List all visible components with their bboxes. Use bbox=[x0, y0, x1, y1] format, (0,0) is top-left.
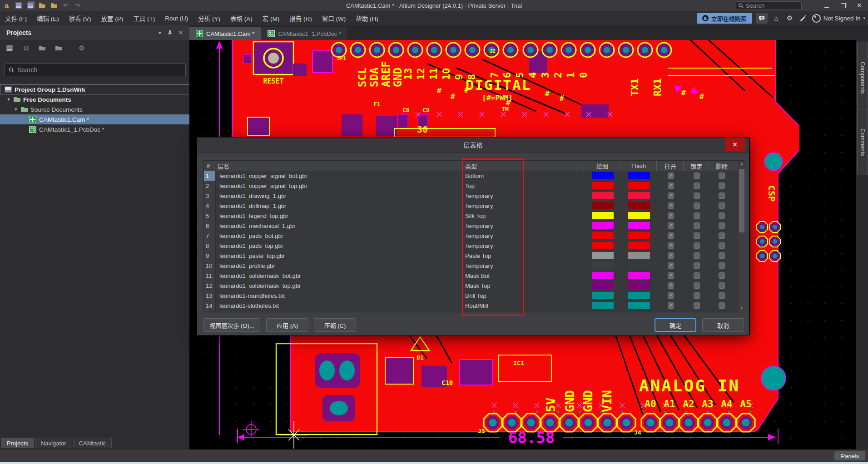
layer-row[interactable]: 14leonardo1-slotholes.txtRout/Mill✓ bbox=[204, 301, 738, 311]
open-checkbox[interactable]: ✓ bbox=[668, 242, 674, 249]
expander-icon[interactable]: ▼ bbox=[14, 107, 18, 112]
save-all-icon[interactable] bbox=[26, 2, 34, 9]
layer-row[interactable]: 8leonardo1_pads_top.gbrTemporary✓ bbox=[204, 241, 738, 251]
compress-button[interactable]: 压缩 (C) bbox=[314, 318, 356, 332]
open-checkbox[interactable]: ✓ bbox=[668, 193, 674, 199]
apply-button[interactable]: 应用 (A) bbox=[266, 318, 308, 332]
open-checkbox[interactable]: ✓ bbox=[668, 272, 674, 279]
open-checkbox[interactable]: ✓ bbox=[668, 282, 674, 289]
delete-checkbox[interactable] bbox=[719, 232, 725, 239]
save-icon[interactable] bbox=[15, 2, 22, 9]
draw-color-swatch[interactable] bbox=[592, 192, 614, 199]
tree-item-3[interactable]: CAMtastic1.Cam *D bbox=[0, 114, 218, 124]
menu-item-6[interactable]: 分析 (Y) bbox=[193, 11, 225, 25]
redo-icon[interactable]: ↷ bbox=[74, 2, 81, 9]
tree-item-2[interactable]: ▼Source Documents bbox=[0, 104, 203, 114]
undo-icon[interactable]: ↶ bbox=[62, 2, 69, 9]
delete-checkbox[interactable] bbox=[719, 202, 725, 209]
open-checkbox[interactable]: ✓ bbox=[668, 232, 674, 239]
lock-checkbox[interactable] bbox=[694, 302, 700, 309]
open-checkbox[interactable]: ✓ bbox=[668, 302, 674, 309]
draw-color-swatch[interactable] bbox=[592, 282, 614, 289]
tab-components[interactable]: Components bbox=[857, 42, 868, 114]
draw-color-swatch[interactable] bbox=[592, 242, 614, 249]
panel-tab-projects[interactable]: Projects bbox=[1, 438, 34, 448]
panel-copy-icon[interactable]: ⧉ bbox=[21, 44, 31, 53]
delete-checkbox[interactable] bbox=[719, 262, 725, 269]
menu-item-9[interactable]: 报告 (R) bbox=[284, 11, 317, 25]
flash-color-swatch[interactable] bbox=[628, 182, 650, 189]
tab-comments[interactable]: Comments bbox=[857, 109, 868, 175]
flash-color-swatch[interactable] bbox=[628, 302, 650, 309]
lock-checkbox[interactable] bbox=[694, 183, 700, 189]
annotate-pen-icon[interactable] bbox=[799, 13, 808, 24]
flash-color-swatch[interactable] bbox=[628, 222, 650, 229]
scroll-up-icon[interactable]: ▲ bbox=[738, 161, 745, 167]
layer-row[interactable]: 3leonardo1_drawing_1.gbrTemporary✓ bbox=[204, 191, 738, 201]
draw-color-swatch[interactable] bbox=[592, 292, 614, 299]
open-checkbox[interactable]: ✓ bbox=[668, 252, 674, 259]
lock-checkbox[interactable] bbox=[694, 222, 700, 229]
layer-row[interactable]: 13leonardo1-roundholes.txtDrill Top✓ bbox=[204, 291, 738, 301]
flash-color-swatch[interactable] bbox=[628, 212, 650, 219]
menu-item-0[interactable]: 文件 (F) bbox=[0, 11, 32, 25]
panel-folder-search-icon[interactable] bbox=[37, 44, 47, 53]
layer-row[interactable]: 10leonardo1_profile.gbrTemporary✓ bbox=[204, 261, 738, 271]
panel-close-icon[interactable]: ✕ bbox=[176, 25, 186, 40]
flash-color-swatch[interactable] bbox=[628, 242, 650, 249]
menu-item-7[interactable]: 表格 (A) bbox=[225, 11, 258, 25]
flash-color-swatch[interactable] bbox=[628, 282, 650, 289]
column-header-4[interactable]: Flash bbox=[620, 161, 657, 171]
column-header-3[interactable]: 绘图 bbox=[584, 161, 620, 171]
comment-icon[interactable] bbox=[756, 13, 768, 24]
draw-color-swatch[interactable] bbox=[592, 182, 614, 189]
menu-item-1[interactable]: 编辑 (E) bbox=[32, 11, 64, 25]
draw-color-swatch[interactable] bbox=[592, 202, 614, 209]
home-icon[interactable]: ⌂ bbox=[771, 13, 781, 24]
close-button[interactable]: ✕ bbox=[856, 2, 863, 9]
menu-item-11[interactable]: 帮助 (H) bbox=[351, 11, 383, 25]
cancel-button[interactable]: 取消 bbox=[702, 318, 744, 332]
menu-item-4[interactable]: 工具 (T) bbox=[128, 11, 160, 25]
open-project-icon[interactable] bbox=[50, 2, 58, 9]
global-search-input[interactable]: Search bbox=[736, 1, 802, 10]
delete-checkbox[interactable] bbox=[719, 242, 725, 249]
flash-color-swatch[interactable] bbox=[628, 262, 650, 269]
panel-pin-icon[interactable] bbox=[165, 25, 175, 40]
doc-tab-1[interactable]: CAMtastic1_1.PcbDoc * bbox=[261, 27, 348, 40]
delete-checkbox[interactable] bbox=[719, 222, 725, 229]
lock-checkbox[interactable] bbox=[694, 212, 700, 219]
column-header-5[interactable]: 打开 bbox=[656, 161, 684, 171]
layer-row[interactable]: 12leonardo1_soldermask_top.gbrMask Top✓ bbox=[204, 281, 738, 291]
panel-dropdown-icon[interactable]: ▾ bbox=[155, 25, 165, 40]
layer-row[interactable]: 11leonardo1_soldermask_bot.gbrMask Bot✓ bbox=[204, 271, 738, 281]
delete-checkbox[interactable] bbox=[719, 173, 725, 179]
flash-color-swatch[interactable] bbox=[628, 232, 650, 239]
draw-color-swatch[interactable] bbox=[592, 222, 614, 229]
column-header-2[interactable]: 类型 bbox=[465, 161, 556, 171]
column-header-1[interactable]: 层名 bbox=[218, 161, 354, 171]
draw-color-swatch[interactable] bbox=[592, 272, 614, 279]
delete-checkbox[interactable] bbox=[719, 193, 725, 199]
view-layer-order-button[interactable]: 视图层次序 (O)... bbox=[203, 318, 260, 332]
lock-checkbox[interactable] bbox=[694, 252, 700, 259]
delete-checkbox[interactable] bbox=[719, 252, 725, 259]
lock-checkbox[interactable] bbox=[694, 292, 700, 299]
buy-online-button[interactable]: a 立即在线购买 bbox=[697, 13, 752, 24]
doc-tab-0[interactable]: CAMtastic1.Cam * bbox=[189, 27, 261, 40]
draw-color-swatch[interactable] bbox=[592, 172, 614, 179]
tree-item-1[interactable]: ▼Free Documents bbox=[0, 94, 196, 104]
draw-color-swatch[interactable] bbox=[592, 262, 614, 269]
delete-checkbox[interactable] bbox=[719, 292, 725, 299]
lock-checkbox[interactable] bbox=[694, 193, 700, 199]
flash-color-swatch[interactable] bbox=[628, 252, 650, 259]
lock-checkbox[interactable] bbox=[694, 232, 700, 239]
scroll-down-icon[interactable]: ▼ bbox=[738, 306, 745, 312]
delete-checkbox[interactable] bbox=[719, 212, 725, 219]
panel-folder-settings-icon[interactable] bbox=[54, 44, 64, 53]
open-checkbox[interactable]: ✓ bbox=[668, 202, 674, 209]
open-checkbox[interactable]: ✓ bbox=[668, 262, 674, 269]
layer-row[interactable]: 4leonardo1_drillmap_1.gbrTemporary✓ bbox=[204, 201, 738, 211]
lock-checkbox[interactable] bbox=[694, 202, 700, 209]
layer-row[interactable]: 5leonardo1_legend_top.gbrSilk Top✓ bbox=[204, 211, 738, 221]
